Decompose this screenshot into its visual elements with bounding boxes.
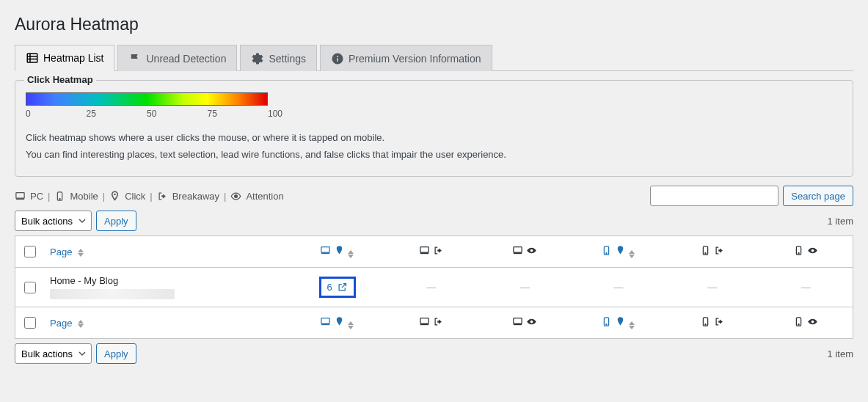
search-button[interactable]: Search page [783, 186, 853, 206]
click-count-value: 6 [327, 282, 332, 293]
item-count-top: 1 item [828, 216, 853, 227]
tab-unread-detection[interactable]: Unread Detection [117, 45, 237, 71]
heatmap-table: Page [15, 235, 853, 339]
scale-label: 50 [147, 109, 208, 119]
apply-button-bottom[interactable]: Apply [96, 343, 136, 364]
column-mobile-click[interactable] [601, 316, 626, 327]
desktop-icon [512, 245, 523, 256]
eye-icon [807, 245, 818, 256]
row-checkbox[interactable] [24, 282, 36, 293]
svg-point-25 [798, 253, 799, 254]
mobile-icon [793, 245, 804, 256]
mobile-icon [601, 245, 612, 256]
gradient-scale-labels: 0 25 50 75 100 [26, 109, 275, 119]
svg-point-12 [235, 194, 238, 197]
mobile-icon [601, 316, 612, 327]
row-page-title: Home - My Blog [50, 275, 285, 286]
key-click: Click [125, 191, 145, 202]
sort-icon [78, 320, 84, 328]
svg-point-19 [530, 249, 533, 252]
tab-label: Heatmap List [43, 52, 103, 64]
empty-cell: — [384, 268, 478, 307]
bulk-actions-select-bottom[interactable]: Bulk actions [15, 343, 92, 364]
sort-icon [629, 321, 636, 329]
desktop-icon [15, 191, 26, 202]
svg-rect-27 [321, 318, 329, 324]
mobile-icon [793, 316, 804, 327]
svg-point-33 [530, 321, 533, 324]
svg-point-26 [812, 249, 814, 252]
tab-label: Unread Detection [146, 53, 226, 65]
svg-point-5 [337, 56, 338, 57]
column-pc-breakaway [419, 316, 444, 327]
column-pc-attention [512, 245, 537, 256]
sort-icon [348, 250, 355, 258]
svg-point-11 [114, 193, 116, 195]
heatmap-desc-1: Click heatmap shows where a user clicks … [26, 132, 842, 143]
column-pc-click[interactable] [320, 316, 345, 327]
scale-label: 25 [87, 109, 147, 119]
eye-icon [526, 245, 537, 256]
info-icon [331, 52, 344, 65]
desktop-icon [419, 245, 430, 256]
legend-title: Click Heatmap [24, 74, 96, 85]
column-mobile-attention [793, 245, 818, 256]
svg-rect-0 [27, 54, 37, 62]
scale-label: 75 [208, 109, 269, 119]
pin-icon [615, 316, 626, 327]
mobile-icon [700, 316, 711, 327]
breakaway-icon [714, 316, 725, 327]
key-mobile: Mobile [70, 191, 98, 202]
icon-key-legend: PC| Mobile| Click| Breakaway| Attention [15, 191, 284, 202]
breakaway-icon [433, 316, 444, 327]
list-icon [26, 51, 39, 65]
desktop-icon [512, 316, 523, 327]
apply-button-top[interactable]: Apply [96, 211, 136, 231]
search-input[interactable] [650, 186, 778, 206]
heatmap-info-box: Click Heatmap 0 25 50 75 100 Click heatm… [15, 80, 853, 177]
column-mobile-breakaway [700, 316, 725, 327]
tab-settings[interactable]: Settings [240, 45, 317, 71]
select-all-checkbox-bottom[interactable] [24, 317, 36, 329]
svg-point-21 [606, 253, 607, 254]
column-pc-attention [512, 316, 537, 327]
flag-icon [128, 52, 142, 65]
column-pc-breakaway [419, 245, 444, 256]
sort-icon [78, 249, 84, 257]
empty-cell: — [759, 268, 853, 307]
desktop-icon [320, 316, 331, 327]
svg-rect-13 [321, 246, 329, 252]
svg-rect-15 [420, 247, 428, 253]
scale-label: 100 [268, 109, 282, 119]
eye-icon [807, 316, 818, 327]
pin-icon [109, 191, 120, 202]
column-mobile-click[interactable] [601, 245, 626, 256]
desktop-icon [419, 316, 430, 327]
gear-icon [251, 52, 264, 65]
row-page-url [50, 289, 175, 299]
bulk-actions-select-top[interactable]: Bulk actions [15, 211, 92, 231]
external-link-icon [337, 282, 348, 293]
table-row: Home - My Blog 6 — — — — — [15, 268, 853, 307]
breakaway-icon [714, 245, 725, 256]
pin-icon [334, 245, 345, 256]
eye-icon [230, 191, 241, 202]
scale-label: 0 [26, 109, 87, 119]
svg-point-10 [59, 198, 60, 199]
svg-point-40 [812, 321, 814, 324]
select-all-checkbox[interactable] [24, 246, 36, 257]
tab-heatmap-list[interactable]: Heatmap List [15, 45, 114, 71]
breakaway-icon [433, 245, 444, 256]
heatmap-gradient [26, 92, 268, 106]
column-pc-click[interactable] [320, 245, 345, 256]
svg-rect-29 [420, 318, 428, 324]
tab-label: Settings [269, 53, 306, 65]
column-mobile-attention [793, 316, 818, 327]
svg-rect-7 [16, 192, 24, 198]
key-attention: Attention [246, 191, 283, 202]
column-page[interactable]: Page [50, 318, 72, 329]
column-page[interactable]: Page [50, 246, 72, 257]
pc-click-count-link[interactable]: 6 [319, 277, 356, 298]
svg-rect-31 [514, 318, 522, 324]
tab-premium-info[interactable]: Premium Version Information [320, 45, 492, 71]
